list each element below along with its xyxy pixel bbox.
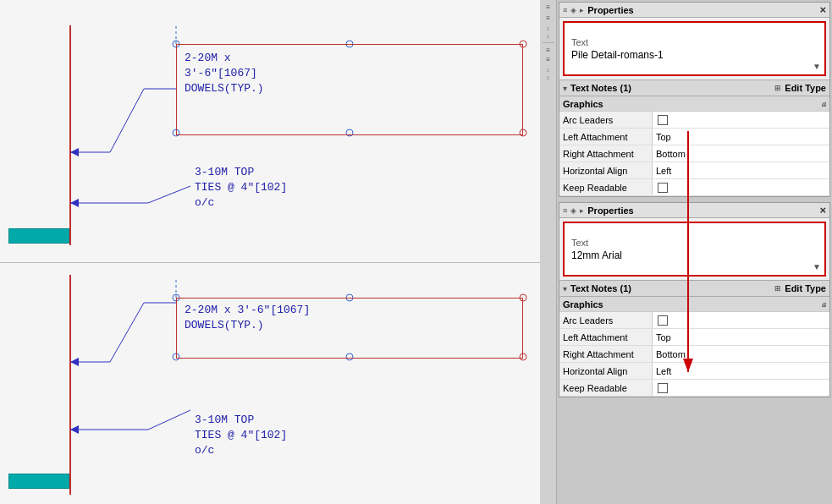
panel-bottom-textnotes-label: Text Notes (1) bbox=[570, 283, 631, 293]
panel-bottom-arc-leaders-row: Arc Leaders bbox=[559, 312, 829, 329]
panel-bottom-right-attachment-row: Right Attachment Bottom bbox=[559, 346, 829, 363]
panel-top-right-attachment-label: Right Attachment bbox=[559, 145, 653, 162]
ann2-line1: 3-10M TOP bbox=[195, 165, 287, 180]
panel-bottom-keep-readable-checkbox[interactable] bbox=[658, 383, 668, 393]
panel-top-arc-leaders-checkbox[interactable] bbox=[658, 115, 668, 125]
panel-top-right-attachment-value[interactable]: Bottom bbox=[653, 145, 829, 162]
svg-marker-17 bbox=[70, 358, 79, 366]
panel-top-icon2: ◈ bbox=[570, 6, 576, 14]
panel-bottom-keep-readable-label: Keep Readable bbox=[559, 380, 653, 396]
panel-top-title: Properties bbox=[587, 5, 633, 15]
panel-bottom-right-attachment-label: Right Attachment bbox=[559, 346, 653, 362]
panel-bottom-horiz-align-row: Horizontal Align Left bbox=[559, 363, 829, 380]
panel-top-close[interactable]: × bbox=[819, 3, 826, 16]
panel-bottom-icon3: ▸ bbox=[580, 206, 584, 215]
panel-bottom-horiz-align-value[interactable]: Left bbox=[653, 363, 829, 379]
panel-top-icon3: ▸ bbox=[580, 6, 584, 14]
panel-bottom-edit-area: ⊞ Edit Type bbox=[774, 283, 826, 293]
ann1-line1: 2-20M x bbox=[185, 51, 264, 66]
ann2-line2: TIES @ 4"[102] bbox=[195, 180, 287, 195]
panel-bottom-grid-icon: ⊞ bbox=[774, 284, 781, 293]
svg-line-4 bbox=[148, 186, 190, 203]
panel-bottom-arc-leaders-value bbox=[653, 312, 829, 328]
panel-top-graphics-collapse[interactable]: 𝑎 bbox=[822, 99, 826, 109]
annotation-text-2: 3-10M TOP TIES @ 4"[102] o/c bbox=[195, 165, 287, 211]
panel-top-dropdown-arrow[interactable]: ▼ bbox=[813, 62, 821, 71]
panel-bottom-titlebar: ≡ ◈ ▸ Properties × bbox=[559, 203, 829, 218]
ann1-line2: 3'-6"[1067] bbox=[185, 66, 264, 81]
panel-bottom-arc-leaders-label: Arc Leaders bbox=[559, 312, 653, 328]
panel-bottom-keep-readable-value bbox=[653, 380, 829, 396]
panel-bottom-dropdown-arrow[interactable]: ▼ bbox=[813, 262, 821, 271]
panel-top-left-attachment-label: Left Attachment bbox=[559, 129, 653, 145]
ann1-line3: DOWELS(TYP.) bbox=[185, 81, 264, 96]
panel-bottom-right-attachment-value[interactable]: Bottom bbox=[653, 346, 829, 362]
panel-bottom-preview-label: Text bbox=[571, 238, 818, 248]
panel-bottom-expand-icon[interactable]: ▾ bbox=[563, 284, 567, 293]
panel-bottom: ≡ ◈ ▸ Properties × Text 12mm Arial ▼ ▾ T… bbox=[559, 202, 830, 397]
ann4-line2: TIES @ 4"[102] bbox=[195, 428, 287, 443]
panel-top-preview-label: Text bbox=[571, 37, 818, 47]
panel-top-graphics-label: Graphics bbox=[563, 99, 603, 109]
panel-top-textnotes-header: ▾ Text Notes (1) ⊞ Edit Type bbox=[559, 79, 829, 96]
annotation-text-1: 2-20M x 3'-6"[1067] DOWELS(TYP.) bbox=[185, 51, 264, 97]
panel-top-icon1: ≡ bbox=[563, 6, 567, 14]
panel-bottom-keep-readable-row: Keep Readable bbox=[559, 380, 829, 397]
panel-bottom-title: Properties bbox=[587, 205, 633, 216]
panel-top-titlebar: ≡ ◈ ▸ Properties × bbox=[559, 3, 829, 18]
panel-top-expand-icon[interactable]: ▾ bbox=[563, 84, 567, 93]
panel-bottom-horiz-align-label: Horizontal Align bbox=[559, 363, 653, 379]
panel-bottom-preview-value: 12mm Arial bbox=[571, 249, 818, 261]
panel-top-horiz-align-value[interactable]: Left bbox=[653, 162, 829, 178]
panel-bottom-left-attachment-value[interactable]: Top bbox=[653, 329, 829, 345]
svg-marker-3 bbox=[70, 148, 79, 156]
panel-top-edit-area: ⊞ Edit Type bbox=[774, 83, 826, 93]
panel-top-preview-value: Pile Detail-romans-1 bbox=[571, 49, 818, 61]
ann4-line3: o/c bbox=[195, 443, 287, 458]
panel-top: ≡ ◈ ▸ Properties × Text Pile Detail-roma… bbox=[559, 2, 830, 197]
panel-bottom-edittype-label[interactable]: Edit Type bbox=[785, 283, 826, 293]
ann3-line1: 2-20M x 3'-6"[1067] bbox=[185, 303, 310, 318]
svg-line-15 bbox=[110, 303, 144, 362]
svg-line-18 bbox=[148, 410, 190, 430]
ann4-line1: 3-10M TOP bbox=[195, 413, 287, 428]
panel-top-edittype-label[interactable]: Edit Type bbox=[785, 83, 826, 93]
panel-bottom-left-attachment-label: Left Attachment bbox=[559, 329, 653, 345]
left-toolbar: ≡ ≡ ↕ ↕ ≡ ≡ ↕ ↕ bbox=[540, 0, 557, 504]
drawing-svg-bottom bbox=[0, 254, 542, 504]
panel-top-preview: Text Pile Detail-romans-1 ▼ bbox=[563, 21, 826, 76]
annotation-text-4: 3-10M TOP TIES @ 4"[102] o/c bbox=[195, 413, 287, 459]
panel-top-grid-icon: ⊞ bbox=[774, 84, 781, 92]
panel-top-keep-readable-checkbox[interactable] bbox=[658, 183, 668, 193]
panel-bottom-textnotes-header: ▾ Text Notes (1) ⊞ Edit Type bbox=[559, 280, 829, 297]
svg-line-1 bbox=[110, 89, 144, 152]
panel-top-keep-readable-label: Keep Readable bbox=[559, 179, 653, 195]
panel-top-right-attachment-row: Right Attachment Bottom bbox=[559, 145, 829, 162]
panel-bottom-arc-leaders-checkbox[interactable] bbox=[658, 315, 668, 326]
annotation-text-3: 2-20M x 3'-6"[1067] DOWELS(TYP.) bbox=[185, 303, 310, 333]
panel-top-horiz-align-row: Horizontal Align Left bbox=[559, 162, 829, 179]
panel-top-arc-leaders-row: Arc Leaders bbox=[559, 112, 829, 129]
panel-bottom-left-attachment-row: Left Attachment Top bbox=[559, 329, 829, 346]
panel-top-arc-leaders-value bbox=[653, 112, 829, 128]
panel-bottom-graphics-label: Graphics bbox=[563, 299, 603, 310]
panel-top-left-attachment-row: Left Attachment Top bbox=[559, 129, 829, 145]
panel-bottom-preview: Text 12mm Arial ▼ bbox=[563, 222, 826, 277]
panel-top-arc-leaders-label: Arc Leaders bbox=[559, 112, 653, 128]
panel-top-horiz-align-label: Horizontal Align bbox=[559, 162, 653, 178]
svg-marker-20 bbox=[70, 425, 79, 434]
svg-marker-6 bbox=[70, 199, 79, 207]
panel-top-left-attachment-value[interactable]: Top bbox=[653, 129, 829, 145]
panel-bottom-close[interactable]: × bbox=[819, 204, 826, 216]
ann2-line3: o/c bbox=[195, 195, 287, 211]
panel-top-keep-readable-row: Keep Readable bbox=[559, 179, 829, 196]
right-panels: ≡ ◈ ▸ Properties × Text Pile Detail-roma… bbox=[557, 0, 832, 504]
panel-top-graphics-header: Graphics 𝑎 bbox=[559, 96, 829, 112]
panel-top-textnotes-label: Text Notes (1) bbox=[570, 83, 631, 93]
panel-top-keep-readable-value bbox=[653, 179, 829, 195]
ann3-line2: DOWELS(TYP.) bbox=[185, 318, 310, 333]
panel-bottom-icon2: ◈ bbox=[570, 206, 576, 215]
panel-bottom-graphics-collapse[interactable]: 𝑎 bbox=[822, 299, 826, 310]
panel-bottom-graphics-header: Graphics 𝑎 bbox=[559, 297, 829, 312]
panel-bottom-icon1: ≡ bbox=[563, 206, 567, 215]
